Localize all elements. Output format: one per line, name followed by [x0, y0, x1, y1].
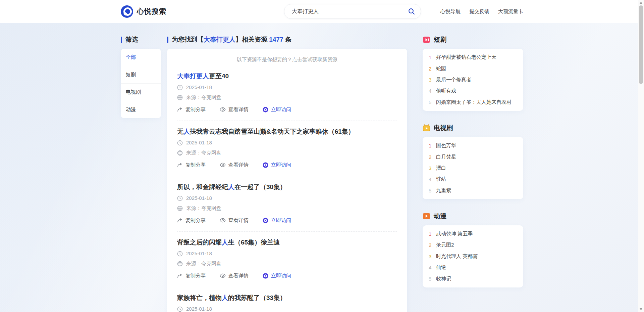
tv-series-ranking-card: 1 国色芳华 2 白月梵星 3 漂白 4 驻站 — [423, 137, 523, 199]
scrollbar-thumb[interactable] — [639, 5, 643, 84]
result-item: 背叛之后的闪耀人生（65集）徐兰迪 2025-01-18 — [177, 232, 397, 287]
nav-link-data-card[interactable]: 大额流量卡 — [498, 8, 523, 15]
ranking-item[interactable]: 1 武动乾坤 第五季 — [423, 228, 523, 239]
ranking-item[interactable]: 4 偷听有戏 — [423, 85, 523, 96]
ranking-item[interactable]: 1 国色芳华 — [423, 140, 523, 151]
browser-scrollbar[interactable] — [638, 0, 644, 312]
rank-title: 驻站 — [436, 176, 446, 182]
nav-link-feedback[interactable]: 提交反馈 — [469, 8, 489, 15]
filter-item[interactable]: 动漫 — [121, 101, 161, 118]
rank-number: 2 — [429, 154, 436, 160]
ranking-item[interactable]: 3 时光代理人 英都篇 — [423, 251, 523, 262]
rank-title: 漂白 — [436, 165, 446, 171]
clock-icon — [177, 195, 183, 201]
rank-title: 闪婚京圈太子爷：夫人她来自农村 — [436, 99, 512, 105]
search-bar[interactable] — [284, 4, 421, 19]
rank-title: 武动乾坤 第五季 — [436, 231, 473, 237]
result-title-link[interactable]: 无人扶我青云志我自踏雪至山巅&名动天下之家事难休（61集） — [177, 128, 397, 136]
short-drama-ranking-card: 1 好孕甜妻被钻石老公宠上天 2 蛇园 3 最后一个修真者 4 偷听有戏 — [423, 49, 523, 111]
rank-number: 4 — [429, 88, 436, 94]
scroll-up-arrow-icon[interactable] — [640, 2, 642, 4]
result-actions: 复制分享 查看详情 — [177, 106, 397, 113]
filter-item[interactable]: 短剧 — [121, 66, 161, 84]
rank-number: 2 — [429, 66, 436, 72]
result-title-link[interactable]: 家族将亡，植物人的我苏醒了（33集） — [177, 294, 397, 302]
visit-now-button[interactable]: 立即访问 — [263, 272, 291, 279]
rank-number: 3 — [429, 165, 436, 171]
ranking-item[interactable]: 2 白月梵星 — [423, 151, 523, 162]
view-detail-button[interactable]: 查看详情 — [220, 106, 249, 113]
view-detail-button[interactable]: 查看详情 — [220, 217, 249, 224]
rank-number: 3 — [429, 77, 436, 83]
ranking-item[interactable]: 4 仙逆 — [423, 262, 523, 273]
eye-icon — [220, 107, 226, 112]
clock-icon — [177, 251, 183, 257]
result-item: 家族将亡，植物人的我苏醒了（33集） 2025-01-18 — [177, 287, 397, 312]
ranking-item[interactable]: 1 好孕甜妻被钻石老公宠上天 — [423, 52, 523, 63]
search-input[interactable] — [291, 8, 407, 15]
results-list: 大奉打更人更至40 2025-01-18 — [177, 65, 397, 312]
refresh-resources-link[interactable]: 以下资源不是你想要的？点击尝试获取新资源 — [177, 55, 397, 63]
rank-number: 5 — [429, 188, 436, 193]
results-header: 为您找到【大奉打更人】相关资源 1477 条 — [167, 35, 407, 44]
scroll-down-arrow-icon[interactable] — [640, 308, 642, 310]
result-date: 2025-01-18 — [186, 140, 212, 146]
accent-bar-icon — [121, 37, 122, 43]
ranking-item[interactable]: 5 闪婚京圈太子爷：夫人她来自农村 — [423, 97, 523, 108]
visit-now-button[interactable]: 立即访问 — [263, 217, 291, 224]
copy-share-button[interactable]: 复制分享 — [177, 106, 206, 113]
filter-item[interactable]: 电视剧 — [121, 84, 161, 101]
short-drama-section-header: 短剧 — [423, 35, 523, 44]
visit-now-button[interactable]: 立即访问 — [263, 161, 291, 169]
ranking-item[interactable]: 5 九重紫 — [423, 185, 523, 196]
rank-title: 偷听有戏 — [436, 88, 456, 94]
eye-icon — [220, 163, 226, 167]
rank-number: 4 — [429, 176, 436, 182]
result-source-row: 来源：夸克网盘 — [177, 150, 397, 156]
logo-icon — [121, 5, 133, 18]
clock-icon — [177, 306, 183, 312]
result-source-row: 来源：夸克网盘 — [177, 261, 397, 267]
ranking-item[interactable]: 4 驻站 — [423, 174, 523, 185]
ranking-item[interactable]: 2 蛇园 — [423, 63, 523, 74]
filter-sidebar: 筛选 全部 短剧 电视剧 动漫 — [121, 35, 161, 118]
site-logo[interactable]: 心悦搜索 — [121, 5, 166, 18]
result-source-row: 来源：夸克网盘 — [177, 205, 397, 211]
rank-title: 蛇园 — [436, 65, 446, 72]
result-actions: 复制分享 查看详情 — [177, 217, 397, 224]
visit-now-button[interactable]: 立即访问 — [263, 106, 291, 113]
result-title-link[interactable]: 所以，和金牌经纪人在一起了（30集） — [177, 183, 397, 191]
result-date: 2025-01-18 — [186, 84, 212, 90]
anime-title: 动漫 — [434, 212, 446, 221]
rank-number: 2 — [429, 242, 436, 248]
ranking-item[interactable]: 2 沧元图2 — [423, 239, 523, 251]
result-source: 来源：夸克网盘 — [186, 261, 221, 267]
results-summary: 为您找到【大奉打更人】相关资源 1477 条 — [172, 35, 291, 44]
result-date: 2025-01-18 — [186, 195, 212, 201]
filter-item[interactable]: 全部 — [121, 49, 161, 66]
result-title-link[interactable]: 大奉打更人更至40 — [177, 72, 397, 80]
search-keyword: 大奉打更人 — [204, 36, 235, 43]
result-date: 2025-01-18 — [186, 251, 212, 257]
copy-share-button[interactable]: 复制分享 — [177, 161, 206, 169]
ranking-item[interactable]: 3 漂白 — [423, 163, 523, 174]
search-button[interactable] — [407, 7, 416, 16]
rank-number: 1 — [429, 143, 436, 148]
share-icon — [177, 162, 183, 168]
filter-item-label: 动漫 — [126, 106, 136, 113]
accent-bar-icon — [167, 37, 168, 43]
globe-icon — [177, 261, 183, 267]
view-detail-button[interactable]: 查看详情 — [220, 161, 249, 169]
anime-icon — [423, 212, 430, 220]
nav-link-navigation[interactable]: 心悦导航 — [440, 8, 461, 15]
result-date-row: 2025-01-18 — [177, 84, 397, 90]
visit-target-icon — [263, 162, 268, 168]
ranking-item[interactable]: 3 最后一个修真者 — [423, 74, 523, 85]
result-source: 来源：夸克网盘 — [186, 205, 221, 211]
anime-section-header: 动漫 — [423, 212, 523, 221]
result-title-link[interactable]: 背叛之后的闪耀人生（65集）徐兰迪 — [177, 238, 397, 247]
copy-share-button[interactable]: 复制分享 — [177, 217, 206, 224]
view-detail-button[interactable]: 查看详情 — [220, 272, 249, 279]
ranking-item[interactable]: 5 牧神记 — [423, 273, 523, 284]
copy-share-button[interactable]: 复制分享 — [177, 272, 206, 279]
